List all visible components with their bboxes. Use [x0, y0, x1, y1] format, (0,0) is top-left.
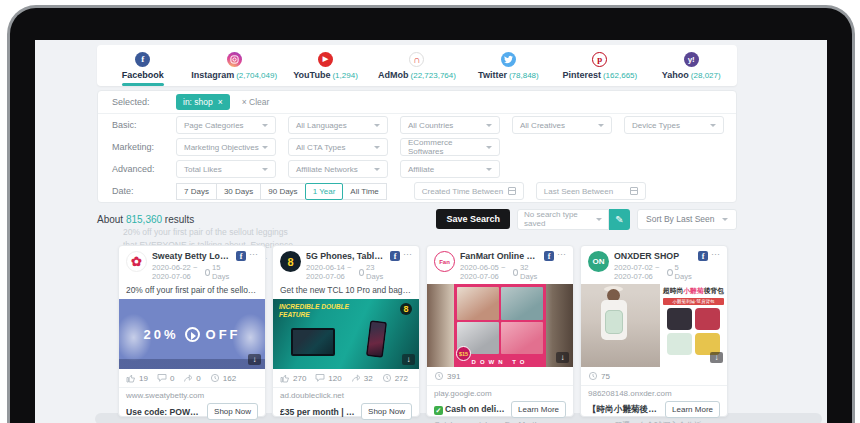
play-icon[interactable] [185, 327, 200, 342]
ad-card-onxder[interactable]: ON ONXDER SHOP 2020-07-02 ~ 2020-07-065 … [580, 245, 728, 417]
ad-creative-image[interactable]: 超時尚小雛菊後背包 小雛菊刺繡·雙肩背包 ↓ [581, 284, 727, 367]
page-name[interactable]: 5G Phones, Tablets & SIMs | ... [306, 251, 385, 261]
tab-youtube[interactable]: ▶ YouTube(1,294) [280, 45, 371, 86]
ecommerce-softwares-select[interactable]: ECommerce Softwares [400, 138, 500, 156]
card-header: ON ONXDER SHOP 2020-07-02 ~ 2020-07-065 … [581, 246, 727, 284]
chevron-down-icon [262, 146, 268, 149]
instagram-icon [227, 52, 242, 67]
more-menu-icon[interactable]: ··· [403, 251, 412, 257]
seen-count: 162 [210, 373, 236, 383]
tab-facebook[interactable]: f Facebook [97, 45, 188, 86]
ad-creative-video[interactable]: 20% OFF ↓ [119, 299, 265, 369]
ad-domain-link[interactable]: ad.doubleclick.net [273, 388, 419, 401]
chevron-down-icon [486, 168, 492, 171]
chevron-down-icon [262, 168, 268, 171]
more-menu-icon[interactable]: ··· [557, 251, 566, 257]
date-range: 2020-06-05 ~ 2020-07-0632 Days [460, 263, 539, 281]
clock-icon [382, 373, 392, 383]
page-name[interactable]: ONXDER SHOP [614, 251, 693, 261]
date-30-days-button[interactable]: 30 Days [216, 183, 261, 200]
tab-label: Pinterest(162,665) [562, 70, 637, 80]
page-categories-select[interactable]: Page Categories [176, 116, 276, 134]
chip-close-icon[interactable]: × [218, 97, 223, 107]
device-types-select[interactable]: Device Types [624, 116, 724, 134]
date-7-days-button[interactable]: 7 Days [176, 183, 217, 200]
learn-more-button[interactable]: Learn More [511, 401, 566, 418]
clock-icon [205, 269, 210, 276]
page-name[interactable]: Sweaty Betty London | Wom... [152, 251, 231, 261]
tab-instagram[interactable]: Instagram(2,704,049) [188, 45, 279, 86]
edit-saved-search-button[interactable]: ✎ [609, 209, 630, 230]
comment-count: 0 [157, 373, 174, 383]
date-90-days-button[interactable]: 90 Days [260, 183, 305, 200]
page-name[interactable]: FanMart Online Shopping - F... [460, 251, 539, 261]
learn-more-button[interactable]: Learn More [665, 401, 720, 418]
calendar-icon [630, 187, 638, 195]
model-photo [581, 284, 660, 367]
ad-text: 20% off your first pair of the sellout l… [119, 284, 265, 299]
like-icon [126, 373, 136, 383]
days-active: 5 Days [667, 263, 693, 281]
ad-domain-link[interactable]: play.google.com [427, 386, 573, 399]
ad-creative-image[interactable]: DOWN TO $15 ↓ [427, 284, 573, 367]
ad-card-sweaty-betty[interactable]: ✿ Sweaty Betty London | Wom... 2020-06-2… [118, 245, 266, 417]
creative-text: INCREDIBLE DOUBLEFEATURE [279, 303, 369, 319]
languages-select[interactable]: All Languages [288, 116, 388, 134]
ad-text: Get the new TCL 10 Pro and bag a free TC… [273, 284, 419, 299]
shop-now-button[interactable]: Shop Now [207, 403, 258, 420]
cta-types-select[interactable]: All CTA Types [288, 138, 388, 156]
clock-icon [513, 269, 518, 276]
ad-domain-link[interactable]: 986208148.onxder.com [581, 386, 727, 399]
stats-row: 19 0 0 162 [119, 369, 265, 388]
calendar-icon [508, 187, 516, 195]
download-icon[interactable]: ↓ [402, 354, 415, 365]
more-menu-icon[interactable]: ··· [711, 251, 720, 257]
date-all-time-button[interactable]: All Time [342, 183, 386, 200]
marketing-objectives-select[interactable]: Marketing Objectives [176, 138, 276, 156]
tab-yahoo[interactable]: y! Yahoo(28,027) [646, 45, 737, 86]
results-actions: Save Search No search type saved ✎ Sort … [436, 209, 737, 230]
created-time-between-input[interactable]: Created Time Between [414, 182, 524, 200]
tab-twitter[interactable]: Twitter(78,848) [463, 45, 554, 86]
chevron-down-icon [374, 146, 380, 149]
creative-text: DOWN TO [454, 359, 546, 365]
shop-now-button[interactable]: Shop Now [361, 403, 412, 420]
download-icon[interactable]: ↓ [556, 352, 569, 363]
tab-label: Twitter(78,848) [478, 70, 539, 80]
product-photo [501, 322, 543, 355]
ad-card-5g-phones[interactable]: 8 5G Phones, Tablets & SIMs | ... 2020-0… [272, 245, 420, 417]
more-menu-icon[interactable]: ··· [249, 251, 258, 257]
like-count: 19 [126, 373, 148, 383]
affiliate-networks-select[interactable]: Affiliate Networks [288, 160, 388, 178]
download-icon[interactable]: ↓ [248, 354, 261, 365]
creatives-select[interactable]: All Creatives [512, 116, 612, 134]
selected-chip-in-shop[interactable]: in: shop× [176, 94, 230, 110]
stats-row: 75 [581, 367, 727, 386]
comment-icon [315, 373, 325, 383]
clear-filters-link[interactable]: × Clear [242, 97, 270, 107]
ad-headline: £35 per month | £30 upfront | ... [280, 407, 357, 417]
ad-headline: Use code: POWER20 [126, 407, 203, 417]
sort-select[interactable]: Sort By Last Seen [637, 209, 737, 230]
ad-card-fanmart[interactable]: Fan FanMart Online Shopping - F... 2020-… [426, 245, 574, 417]
selected-label: Selected: [112, 97, 164, 107]
date-1-year-button[interactable]: 1 Year [305, 183, 344, 200]
saved-search-select[interactable]: No search type saved [517, 209, 609, 230]
seen-count: 75 [588, 371, 610, 381]
total-likes-select[interactable]: Total Likes [176, 160, 276, 178]
stats-row: 270 120 32 272 [273, 369, 419, 388]
last-seen-between-input[interactable]: Last Seen Between [536, 182, 646, 200]
like-icon [280, 373, 290, 383]
download-icon[interactable]: ↓ [710, 352, 723, 363]
countries-select[interactable]: All Countries [400, 116, 500, 134]
tab-pinterest[interactable]: p Pinterest(162,665) [554, 45, 645, 86]
ad-domain-link[interactable]: www.sweatybetty.com [119, 388, 265, 401]
affiliate-select[interactable]: Affiliate [400, 160, 500, 178]
clock-icon [359, 269, 364, 276]
brand-badge: 8 [400, 303, 412, 315]
ad-creative-image[interactable]: INCREDIBLE DOUBLEFEATURE 8 ↓ [273, 299, 419, 369]
saved-search-box: No search type saved ✎ [517, 209, 630, 230]
ad-headline: 【時尚小雛菊後背包】小雛菊刺... [588, 404, 661, 416]
save-search-button[interactable]: Save Search [436, 209, 510, 229]
tab-admob[interactable]: ∩ AdMob(22,723,764) [371, 45, 462, 86]
